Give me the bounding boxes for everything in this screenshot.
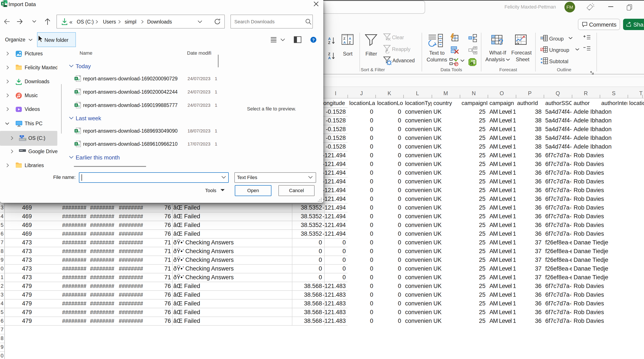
svg-text:A: A <box>328 37 331 41</box>
svg-text:A: A <box>328 56 331 60</box>
svg-text:a: a <box>78 77 80 81</box>
svg-text:Z: Z <box>328 52 330 56</box>
svg-text:a: a <box>78 143 80 146</box>
svg-text:Z: Z <box>349 40 351 44</box>
svg-text:X: X <box>75 104 77 107</box>
svg-text:Z: Z <box>328 41 330 45</box>
svg-text:X: X <box>2 2 4 5</box>
svg-text:A: A <box>349 36 351 40</box>
svg-text:X: X <box>75 142 77 145</box>
svg-text:Z: Z <box>343 36 345 40</box>
svg-text:?: ? <box>498 37 503 47</box>
svg-text:a: a <box>78 91 80 94</box>
svg-text:a: a <box>78 104 80 108</box>
svg-text:X: X <box>75 129 77 132</box>
svg-text:X: X <box>75 90 77 93</box>
svg-text:J: J <box>471 62 472 65</box>
svg-text:X: X <box>75 77 77 80</box>
svg-text:a: a <box>78 130 80 133</box>
svg-text:A: A <box>343 40 346 44</box>
